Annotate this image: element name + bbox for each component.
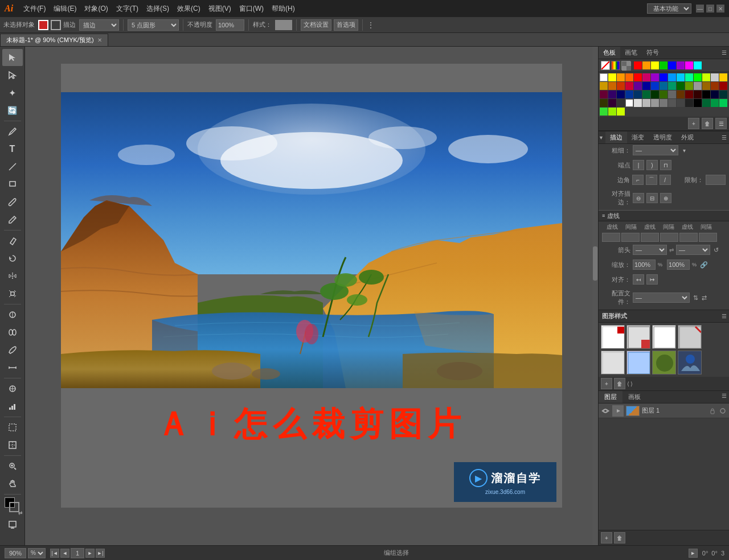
- swatch-item[interactable]: [608, 108, 616, 116]
- swatch-item[interactable]: [711, 90, 719, 98]
- align-inside-button[interactable]: ⊟: [646, 193, 658, 203]
- magic-wand-tool[interactable]: ✦: [2, 84, 23, 101]
- style-thumb-8[interactable]: [678, 351, 702, 374]
- swatch-item[interactable]: [685, 73, 693, 81]
- swatch-cyan[interactable]: [694, 61, 702, 69]
- style-thumb-7[interactable]: [652, 351, 676, 374]
- style-thumb-5[interactable]: [601, 351, 625, 374]
- swatch-item[interactable]: [625, 99, 633, 107]
- menu-file[interactable]: 文件(F): [20, 3, 49, 15]
- tab-gradient[interactable]: 渐变: [627, 131, 649, 143]
- swatch-item[interactable]: [711, 99, 719, 107]
- layer-row-1[interactable]: 图层 1: [599, 403, 729, 418]
- scale-input-2[interactable]: [667, 260, 690, 270]
- gap-input-3[interactable]: [699, 233, 717, 242]
- swatch-item[interactable]: [600, 90, 608, 98]
- tab-stroke[interactable]: 描边: [605, 131, 627, 143]
- nav-next-button[interactable]: ►: [85, 549, 95, 558]
- corner-miter-button[interactable]: ⌐: [632, 175, 644, 185]
- direct-selection-tool[interactable]: [2, 67, 23, 84]
- swatch-magenta[interactable]: [685, 61, 693, 69]
- pencil-tool[interactable]: [2, 211, 23, 228]
- cap-round-button[interactable]: ): [646, 160, 658, 170]
- delete-layer-button[interactable]: 🗑: [614, 532, 625, 543]
- swatch-item[interactable]: [694, 73, 702, 81]
- mirror-tool[interactable]: [2, 267, 23, 285]
- swatch-item[interactable]: [694, 99, 702, 107]
- zoom-input[interactable]: [5, 548, 26, 558]
- style-thumb-6[interactable]: [626, 351, 650, 374]
- play-button[interactable]: ►: [689, 549, 698, 558]
- swap-colors-icon[interactable]: ⇄: [18, 510, 23, 516]
- menu-object[interactable]: 对象(O): [81, 3, 111, 15]
- dash-input-3[interactable]: [679, 233, 698, 242]
- corner-round-button[interactable]: ⌒: [646, 175, 657, 185]
- screen-mode-button[interactable]: [2, 516, 23, 533]
- swatch-item[interactable]: [702, 99, 710, 107]
- swatch-item[interactable]: [634, 73, 642, 81]
- menu-select[interactable]: 选择(S): [143, 3, 173, 15]
- type-tool[interactable]: T: [2, 141, 23, 158]
- swatch-item[interactable]: [651, 82, 659, 90]
- swatch-item[interactable]: [642, 82, 650, 90]
- dash-input-2[interactable]: [641, 233, 659, 242]
- swatch-item[interactable]: [660, 99, 667, 107]
- swatch-item[interactable]: [677, 90, 685, 98]
- swatch-item[interactable]: [719, 82, 727, 90]
- slice-tool[interactable]: [2, 437, 23, 454]
- doc-settings-button[interactable]: 文档设置: [301, 19, 331, 31]
- graph-tool[interactable]: [2, 398, 23, 415]
- pattern-swatch[interactable]: [621, 61, 630, 70]
- swatch-item[interactable]: [694, 82, 702, 90]
- shape-builder-tool[interactable]: [2, 306, 23, 323]
- workspace-dropdown[interactable]: 基本功能: [647, 3, 691, 14]
- menu-edit[interactable]: 编辑(E): [50, 3, 80, 15]
- nav-first-button[interactable]: |◄: [50, 549, 59, 558]
- graphic-styles-back-icon[interactable]: ⟨: [627, 381, 629, 387]
- swatch-item[interactable]: [608, 73, 616, 81]
- graphic-styles-fwd-icon[interactable]: ⟩: [630, 381, 633, 387]
- swatch-item[interactable]: [600, 73, 608, 81]
- style-thumb-1[interactable]: [601, 325, 625, 349]
- layer-lock-icon[interactable]: [708, 407, 716, 415]
- swatch-item[interactable]: [634, 90, 642, 98]
- swatch-item[interactable]: [660, 90, 667, 98]
- swatch-item[interactable]: [685, 99, 693, 107]
- menu-help[interactable]: 帮助(H): [268, 3, 298, 15]
- swatch-item[interactable]: [600, 82, 608, 90]
- fill-swatch[interactable]: [38, 20, 48, 30]
- scale-input-1[interactable]: [633, 260, 656, 270]
- layers-menu-icon[interactable]: ☰: [719, 391, 729, 403]
- swatch-item[interactable]: [668, 73, 676, 81]
- tab-swatches[interactable]: 色板: [599, 47, 620, 59]
- swatch-item[interactable]: [617, 99, 625, 107]
- pen-tool[interactable]: [2, 123, 23, 140]
- swatch-green[interactable]: [660, 61, 667, 69]
- rotate-tool[interactable]: [2, 250, 23, 267]
- corner-bevel-button[interactable]: /: [660, 175, 671, 185]
- swatch-item[interactable]: [600, 99, 608, 107]
- menu-type[interactable]: 文字(T): [113, 3, 142, 15]
- artboard-tool[interactable]: [2, 419, 23, 436]
- swatch-item[interactable]: [711, 73, 719, 81]
- eraser-tool[interactable]: [2, 232, 23, 249]
- shape-select[interactable]: 5 点圆形: [128, 19, 179, 31]
- swatch-item[interactable]: [660, 82, 667, 90]
- swatch-red[interactable]: [634, 61, 642, 69]
- style-thumb-2[interactable]: [626, 325, 650, 349]
- link-scale-button[interactable]: 🔗: [700, 261, 708, 269]
- swatch-item[interactable]: [685, 90, 693, 98]
- swatch-item[interactable]: [617, 82, 625, 90]
- graphic-styles-menu-icon[interactable]: ☰: [722, 313, 727, 319]
- swatch-item[interactable]: [668, 99, 676, 107]
- minimize-button[interactable]: —: [696, 5, 704, 13]
- gap-input-1[interactable]: [621, 233, 640, 242]
- swatch-item[interactable]: [702, 82, 710, 90]
- hand-tool[interactable]: [2, 475, 23, 492]
- swatch-options-button[interactable]: ☰: [715, 118, 727, 129]
- swatch-item[interactable]: [677, 99, 685, 107]
- swatch-item[interactable]: [608, 82, 616, 90]
- panel-menu-icon[interactable]: ☰: [722, 50, 727, 56]
- symbol-spray-tool[interactable]: [2, 380, 23, 397]
- vertical-scrollbar[interactable]: [592, 47, 598, 545]
